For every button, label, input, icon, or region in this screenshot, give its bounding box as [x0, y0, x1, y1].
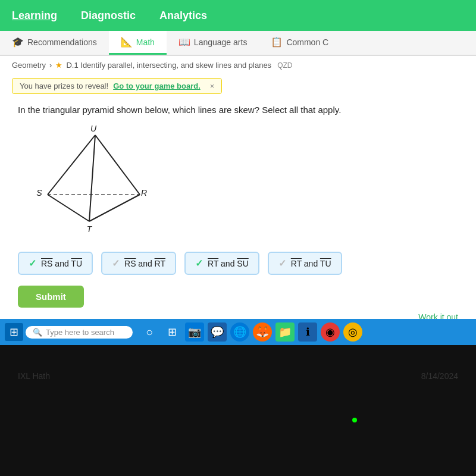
- taskbar-search[interactable]: 🔍 Type here to search: [26, 326, 133, 339]
- breadcrumb-star-icon: ★: [55, 61, 62, 70]
- question-text: In the triangular pyramid shown below, w…: [18, 104, 458, 116]
- camera-icon[interactable]: 📷: [185, 322, 204, 342]
- tab-language-arts[interactable]: 📖 Language arts: [167, 31, 259, 55]
- math-icon: 📐: [121, 36, 133, 48]
- svg-line-3: [89, 135, 95, 221]
- check-rt-tu: ✓: [278, 258, 286, 269]
- bottom-text: IXL Hath 8/14/2024: [0, 371, 476, 381]
- tab-recommendations[interactable]: 🎓 Recommendations: [0, 31, 109, 55]
- nav-diagnostic[interactable]: Diagnostic: [81, 10, 136, 22]
- ie-icon[interactable]: ℹ: [298, 322, 317, 342]
- bottom-right-text: 8/14/2024: [421, 371, 458, 381]
- chrome-icon[interactable]: ◉: [321, 322, 340, 342]
- choice-rt-tu-label: RT and TU: [291, 259, 331, 268]
- breadcrumb-subject[interactable]: Geometry: [12, 61, 46, 70]
- start-button[interactable]: ⊞: [5, 323, 23, 341]
- choice-rt-su-label: RT and SU: [208, 259, 249, 268]
- top-nav: Learning Diagnostic Analytics: [0, 0, 476, 31]
- taskbar-icons: ○ ⊞ 📷 💬 🌐 🦊 📁 ℹ ◉ ◎: [140, 322, 362, 342]
- green-dot: [352, 418, 357, 422]
- nav-analytics[interactable]: Analytics: [159, 10, 207, 22]
- common-core-icon: 📋: [271, 36, 283, 48]
- pyramid-diagram: U S R T: [30, 123, 458, 242]
- svg-line-2: [95, 135, 140, 195]
- task-view-icon[interactable]: ⊞: [162, 322, 181, 342]
- nav-learning[interactable]: Learning: [12, 10, 57, 22]
- edge-icon[interactable]: 🌐: [230, 322, 249, 342]
- dark-bottom: [0, 345, 476, 476]
- bottom-left-text: IXL Hath: [18, 371, 50, 381]
- choices-row: ✓ RS and TU ✓ RS and RT ✓ RT and SU: [18, 252, 458, 275]
- language-arts-icon: 📖: [178, 36, 190, 48]
- windows-icon: ⊞: [10, 325, 18, 339]
- sub-nav: 🎓 Recommendations 📐 Math 📖 Language arts…: [0, 31, 476, 56]
- cortana-icon[interactable]: ○: [140, 322, 159, 342]
- breadcrumb-arrow: ›: [49, 61, 52, 70]
- choice-rs-rt[interactable]: ✓ RS and RT: [101, 252, 176, 275]
- check-rt-su: ✓: [195, 258, 203, 269]
- vertex-u-label: U: [90, 124, 97, 133]
- breadcrumb-quiz-id: QZD: [277, 61, 292, 70]
- choice-rs-tu-label: RS and TU: [41, 259, 82, 268]
- tab-math[interactable]: 📐 Math: [109, 31, 167, 55]
- prize-link[interactable]: Go to your game board.: [113, 82, 201, 90]
- vertex-r-label: R: [141, 188, 147, 198]
- breadcrumb-topic: D.1 Identify parallel, intersecting, and…: [66, 61, 271, 70]
- svg-line-1: [48, 135, 95, 195]
- choice-rt-su[interactable]: ✓ RT and SU: [184, 252, 259, 275]
- breadcrumb: Geometry › ★ D.1 Identify parallel, inte…: [0, 56, 476, 74]
- choice-rs-tu[interactable]: ✓ RS and TU: [18, 252, 93, 275]
- search-icon: 🔍: [33, 328, 42, 337]
- recommendations-icon: 🎓: [12, 36, 24, 48]
- app-icon-2[interactable]: ◎: [343, 322, 362, 342]
- svg-line-5: [89, 195, 140, 221]
- vertex-s-label: S: [36, 188, 42, 198]
- pyramid-svg: U S R T: [30, 123, 161, 242]
- monitor-screen: Learning Diagnostic Analytics 🎓 Recommen…: [0, 0, 476, 333]
- taskbar: ⊞ 🔍 Type here to search ○ ⊞ 📷 💬 🌐 🦊 📁 ℹ …: [0, 319, 476, 345]
- vertex-t-label: T: [87, 224, 93, 234]
- content-area: In the triangular pyramid shown below, w…: [0, 98, 476, 328]
- submit-button[interactable]: Submit: [18, 286, 84, 308]
- check-rs-tu: ✓: [29, 258, 36, 269]
- firefox-icon[interactable]: 🦊: [253, 322, 272, 342]
- choice-rt-tu[interactable]: ✓ RT and TU: [268, 252, 342, 275]
- tab-common-core[interactable]: 📋 Common C: [259, 31, 340, 55]
- prize-text: You have prizes to reveal!: [20, 82, 108, 90]
- choice-rs-rt-label: RS and RT: [124, 259, 165, 268]
- prize-banner: You have prizes to reveal! Go to your ga…: [12, 78, 222, 94]
- svg-line-4: [48, 195, 89, 221]
- search-placeholder: Type here to search: [46, 328, 114, 337]
- files-icon[interactable]: 📁: [275, 322, 295, 342]
- prize-close-button[interactable]: ×: [210, 82, 215, 90]
- app-icon-1[interactable]: 💬: [208, 322, 227, 342]
- check-rs-rt: ✓: [112, 258, 120, 269]
